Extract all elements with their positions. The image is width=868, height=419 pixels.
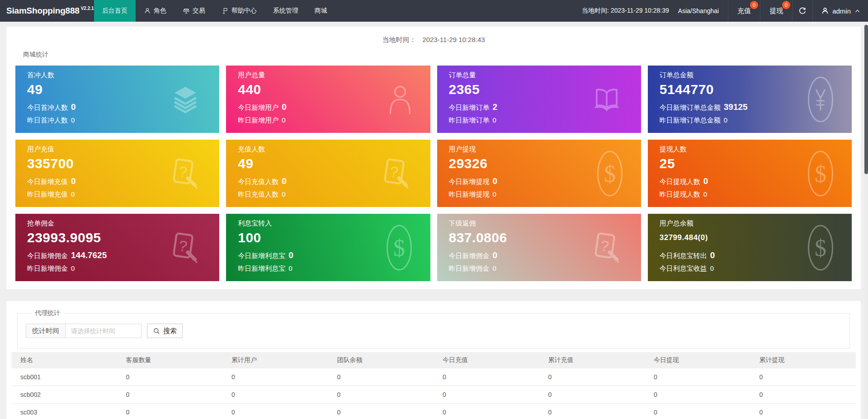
doc-icon <box>588 230 623 265</box>
dollar-icon <box>807 150 834 197</box>
table-cell: 0 <box>117 368 223 386</box>
main-content: 当地时间：2023-11-29 10:28:43 商城统计 首冲人数49今日首冲… <box>0 22 868 419</box>
panel-time-label: 当地时间： <box>382 36 416 43</box>
table-cell: 0 <box>750 368 856 386</box>
nav-item[interactable]: 帮助中心 <box>213 0 265 22</box>
dollar-icon <box>597 150 623 197</box>
stat-card: 提现人数25今日提现人数0昨日提现人数0 <box>648 140 852 207</box>
stats-grid: 首冲人数49今日首冲人数0昨日首冲人数0用户总量440今日新增用户0昨日新增用户… <box>15 66 852 281</box>
stat-card: 用户充值335700今日新增充值0昨日新增充值0 <box>15 140 219 207</box>
stat-card: 订单总量2365今日新增订单2昨日新增订单0 <box>437 66 641 133</box>
table-header-cell: 团队余额 <box>328 352 434 368</box>
table-cell: 0 <box>539 368 645 386</box>
stat-card: 利息宝转入100今日新增利息宝0昨日新增利息宝0 <box>226 214 430 281</box>
nav-item-label: 商城 <box>315 7 327 15</box>
table-cell: 0 <box>645 368 750 386</box>
table-cell: 0 <box>222 368 328 386</box>
nav-item-label: 系统管理 <box>273 7 298 15</box>
recharge-label: 充值 <box>737 7 751 15</box>
stat-card: 用户总余额32799.484(0)今日利息宝转出0今日利息宝收益0 <box>648 214 852 281</box>
nav-item-label: 后台首页 <box>102 7 127 15</box>
stat-card-title: 抢单佣金 <box>27 219 219 228</box>
user-icon <box>144 7 151 14</box>
stat-card: 下级返佣837.0806今日新增佣金0昨日新增佣金0 <box>437 214 641 281</box>
table-header-cell: 累计提现 <box>750 352 856 368</box>
table-header-cell: 累计用户 <box>222 352 328 368</box>
refresh-button[interactable] <box>792 0 812 22</box>
table-row: scb0010000000 <box>11 368 856 386</box>
agent-table: 姓名客服数量累计用户团队余额今日充值累计充值今日提现累计提现 scb001000… <box>11 352 856 419</box>
top-navbar: SiamShopping888 V2.2.1 后台首页角色交易帮助中心系统管理商… <box>0 0 868 22</box>
stat-card-title: 用户总量 <box>238 71 430 80</box>
nav-right: 当地时间: 2023-11-29 10:28:39 Asia/Shanghai … <box>582 0 868 22</box>
stat-card-title: 首冲人数 <box>27 71 219 80</box>
table-row: scb0020000000 <box>11 386 856 404</box>
layers-icon <box>170 84 201 115</box>
dollar-icon <box>386 224 412 271</box>
table-cell: 0 <box>328 386 434 404</box>
table-cell: 0 <box>750 386 856 404</box>
timezone: Asia/Shanghai <box>673 0 728 22</box>
stat-card: 充值人数49今日充值人数0昨日充值人数0 <box>226 140 430 207</box>
user-icon <box>821 7 829 15</box>
nav-item[interactable]: 后台首页 <box>94 0 136 22</box>
table-header-cell: 今日提现 <box>645 352 750 368</box>
withdraw-badge: 0 <box>782 1 790 9</box>
table-cell: 0 <box>434 404 539 419</box>
recharge-button[interactable]: 充值 0 <box>728 0 760 22</box>
table-row: sc0030000000 <box>11 404 856 419</box>
nav-item[interactable]: 商城 <box>307 0 335 22</box>
table-header-cell: 客服数量 <box>117 352 223 368</box>
table-cell: scb002 <box>11 386 117 404</box>
doc-icon <box>166 156 201 191</box>
stat-card-yesterday: 昨日首冲人数0 <box>27 115 219 125</box>
time-range-input[interactable] <box>66 324 142 338</box>
table-cell: scb001 <box>11 368 117 386</box>
stat-card: 首冲人数49今日首冲人数0昨日首冲人数0 <box>15 66 219 133</box>
agent-panel: 代理统计 统计时间 搜索 姓名客服数量累计用户团队余额今日充值累计充值今日提现累… <box>6 301 861 419</box>
scales-icon <box>183 7 190 14</box>
table-header-cell: 累计充值 <box>539 352 645 368</box>
search-button[interactable]: 搜索 <box>147 324 183 338</box>
table-cell: 0 <box>117 386 223 404</box>
nav-item-label: 帮助中心 <box>231 7 257 15</box>
stat-card: 抢单佣金23993.9095今日新增佣金144.7625昨日新增佣金0 <box>15 214 219 281</box>
table-cell: 0 <box>222 404 328 419</box>
stat-card-title: 用户充值 <box>27 145 219 154</box>
table-cell: 0 <box>434 368 539 386</box>
filter-row: 统计时间 搜索 <box>26 324 841 338</box>
nav-item[interactable]: 系统管理 <box>265 0 307 22</box>
recharge-badge: 0 <box>750 1 758 9</box>
table-cell: 0 <box>645 386 750 404</box>
table-cell: 0 <box>434 386 539 404</box>
username: admin <box>832 7 851 15</box>
user-icon <box>388 84 412 115</box>
stat-card-title: 充值人数 <box>238 145 430 154</box>
stats-panel: 当地时间：2023-11-29 10:28:43 商城统计 首冲人数49今日首冲… <box>6 27 861 289</box>
table-cell: 0 <box>222 386 328 404</box>
agent-fieldset: 代理统计 统计时间 搜索 <box>17 309 850 348</box>
user-menu[interactable]: admin <box>812 0 868 22</box>
scrollbar-thumb[interactable] <box>864 25 868 174</box>
withdraw-button[interactable]: 提现 0 <box>760 0 792 22</box>
stat-card-title: 下级返佣 <box>449 219 641 228</box>
flag-icon <box>222 7 229 14</box>
stats-section-title: 商城统计 <box>23 51 852 59</box>
scrollbar-track[interactable] <box>864 22 868 419</box>
nav-item-label: 角色 <box>154 7 166 15</box>
stat-card: 用户总量440今日新增用户0昨日新增用户0 <box>226 66 430 133</box>
book-icon <box>590 85 623 114</box>
nav-item[interactable]: 角色 <box>136 0 175 22</box>
filter-label: 统计时间 <box>26 324 66 338</box>
dollar-icon <box>807 224 834 271</box>
search-button-label: 搜索 <box>163 327 177 335</box>
panel-time-value: 2023-11-29 10:28:43 <box>422 36 485 43</box>
table-header-cell: 姓名 <box>11 352 117 368</box>
nav-item[interactable]: 交易 <box>175 0 213 22</box>
stat-card: 订单总金额5144770今日新增订单总金额39125昨日新增订单总金额0 <box>648 66 852 133</box>
doc-icon <box>166 230 201 265</box>
table-header-row: 姓名客服数量累计用户团队余额今日充值累计充值今日提现累计提现 <box>11 352 856 368</box>
app-title: SiamShopping888 <box>6 6 80 16</box>
table-cell: 0 <box>328 404 434 419</box>
table-cell: 0 <box>328 368 434 386</box>
